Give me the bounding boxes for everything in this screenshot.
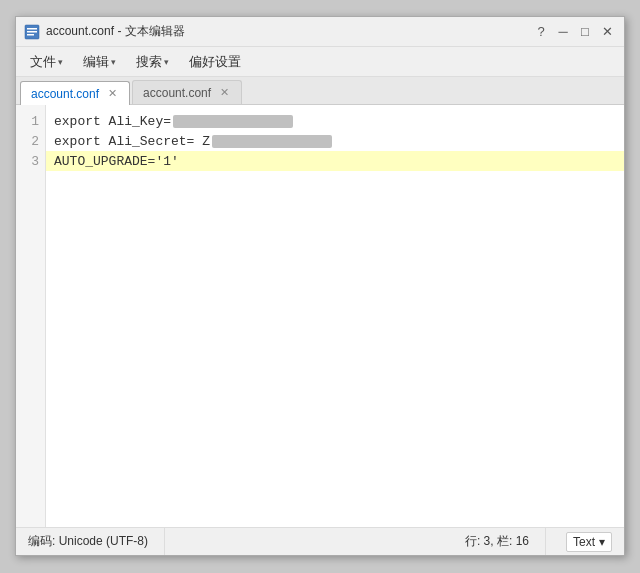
encoding-section: 编码: Unicode (UTF-8) bbox=[28, 528, 165, 555]
menu-file[interactable]: 文件 ▾ bbox=[20, 49, 73, 75]
minimize-button[interactable]: ─ bbox=[554, 23, 572, 41]
svg-rect-3 bbox=[27, 34, 34, 36]
language-dropdown-arrow: ▾ bbox=[599, 535, 605, 549]
window-title: account.conf - 文本编辑器 bbox=[46, 23, 532, 40]
position-section: 行: 3, 栏: 16 bbox=[449, 528, 546, 555]
menu-search-arrow: ▾ bbox=[164, 57, 169, 67]
line-number-1: 1 bbox=[16, 111, 45, 131]
main-window: account.conf - 文本编辑器 ? ─ □ ✕ 文件 ▾ 编辑 ▾ 搜… bbox=[15, 16, 625, 556]
language-select[interactable]: Text ▾ bbox=[566, 532, 612, 552]
menu-edit-arrow: ▾ bbox=[111, 57, 116, 67]
tab-0-close[interactable]: ✕ bbox=[105, 87, 119, 101]
code-line-2: export Ali_Secret= Z bbox=[54, 131, 616, 151]
menu-preferences[interactable]: 偏好设置 bbox=[179, 49, 251, 75]
tab-1[interactable]: account.conf ✕ bbox=[132, 80, 242, 104]
tabs-bar: account.conf ✕ account.conf ✕ bbox=[16, 77, 624, 105]
menu-file-arrow: ▾ bbox=[58, 57, 63, 67]
position-label: 行: 3, 栏: 16 bbox=[465, 533, 529, 550]
menu-search[interactable]: 搜索 ▾ bbox=[126, 49, 179, 75]
status-bar: 编码: Unicode (UTF-8) 行: 3, 栏: 16 Text ▾ bbox=[16, 527, 624, 555]
menu-edit[interactable]: 编辑 ▾ bbox=[73, 49, 126, 75]
window-controls: ? ─ □ ✕ bbox=[532, 23, 616, 41]
tab-0[interactable]: account.conf ✕ bbox=[20, 81, 130, 105]
menu-bar: 文件 ▾ 编辑 ▾ 搜索 ▾ 偏好设置 bbox=[16, 47, 624, 77]
code-text-2: export Ali_Secret= Z bbox=[54, 134, 210, 149]
close-button[interactable]: ✕ bbox=[598, 23, 616, 41]
language-section: Text ▾ bbox=[566, 532, 612, 552]
help-button[interactable]: ? bbox=[532, 23, 550, 41]
svg-rect-1 bbox=[27, 28, 37, 30]
encoding-label: 编码: Unicode (UTF-8) bbox=[28, 533, 148, 550]
title-bar: account.conf - 文本编辑器 ? ─ □ ✕ bbox=[16, 17, 624, 47]
svg-rect-2 bbox=[27, 31, 37, 33]
language-label: Text bbox=[573, 535, 595, 549]
code-text-3: AUTO_UPGRADE='1' bbox=[54, 154, 179, 169]
blurred-key-value bbox=[173, 115, 293, 128]
editor-area: 1 2 3 export Ali_Key= export Ali_Secret=… bbox=[16, 105, 624, 527]
code-text-1: export Ali_Key= bbox=[54, 114, 171, 129]
line-number-2: 2 bbox=[16, 131, 45, 151]
maximize-button[interactable]: □ bbox=[576, 23, 594, 41]
code-line-1: export Ali_Key= bbox=[54, 111, 616, 131]
code-content[interactable]: export Ali_Key= export Ali_Secret= Z AUT… bbox=[46, 105, 624, 527]
tab-1-close[interactable]: ✕ bbox=[217, 86, 231, 100]
blurred-secret-value bbox=[212, 135, 332, 148]
app-icon bbox=[24, 24, 40, 40]
code-line-3: AUTO_UPGRADE='1' bbox=[46, 151, 624, 171]
line-number-3: 3 bbox=[16, 151, 45, 171]
line-numbers: 1 2 3 bbox=[16, 105, 46, 527]
